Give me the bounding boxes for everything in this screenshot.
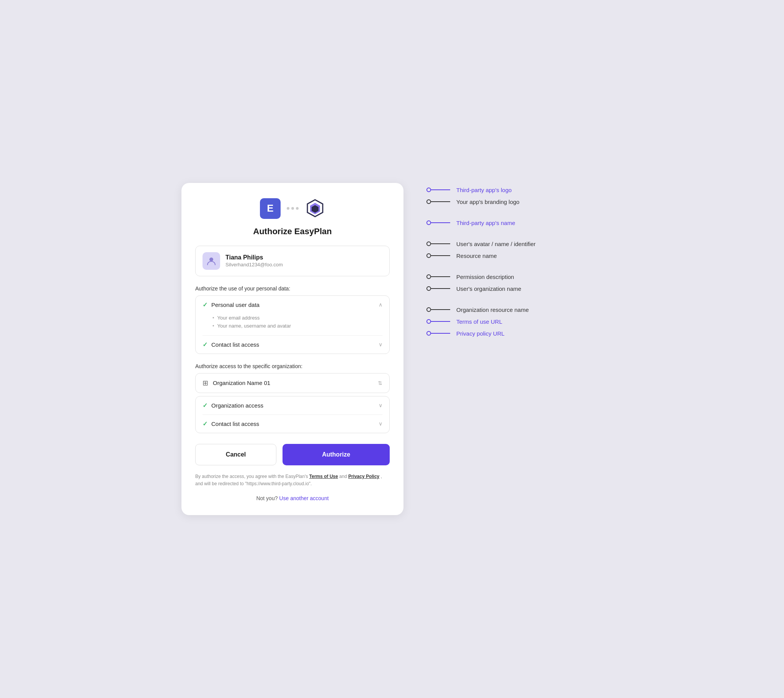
ann-label-7: Organization resource name	[456, 306, 529, 313]
cancel-button[interactable]: Cancel	[195, 444, 277, 465]
ann-line-5	[431, 276, 450, 277]
check-icon-org: ✓	[203, 402, 208, 409]
page-wrapper: E Authorize EasyPlan	[181, 183, 603, 515]
ann-spacer-3	[427, 232, 603, 237]
annotation-line-1	[427, 199, 450, 204]
annotation-item-7: Organization resource name	[427, 306, 603, 313]
buttons-row: Cancel Authorize	[195, 444, 390, 465]
perm-detail-email: Your email address	[212, 314, 382, 322]
ann-label-2: Third-party app's name	[456, 220, 515, 226]
ann-line-8	[431, 321, 450, 322]
perm-org-access[interactable]: ✓ Organization access ∨	[196, 397, 389, 415]
perm-org-contact[interactable]: ✓ Contact list access ∨	[196, 415, 389, 433]
annotation-item-8: Terms of use URL	[427, 318, 603, 325]
ann-label-3: User's avatar / name / identifier	[456, 241, 535, 247]
check-icon-personal: ✓	[203, 301, 208, 308]
logos-row: E	[195, 198, 390, 219]
chevron-up-icon: ∧	[379, 301, 382, 308]
avatar	[203, 252, 220, 270]
ann-circle-1	[427, 199, 431, 204]
updown-icon: ⇅	[378, 380, 382, 386]
perm-contact-list-label: Contact list access	[211, 341, 259, 348]
annotations-panel: Third-party app's logoYour app's brandin…	[427, 183, 603, 338]
ann-circle-4	[427, 254, 431, 258]
org-permissions-box: ✓ Organization access ∨ ✓ Contact list a…	[195, 396, 390, 433]
annotation-line-9	[427, 331, 450, 336]
ann-circle-0	[427, 188, 431, 192]
auth-card: E Authorize EasyPlan	[181, 183, 404, 515]
user-avatar-icon	[206, 256, 216, 266]
perm-personal-data[interactable]: ✓ Personal user data ∧	[196, 296, 389, 314]
ann-label-8: Terms of use URL	[456, 318, 502, 325]
annotation-line-3	[427, 242, 450, 246]
terms-link[interactable]: Terms of Use	[309, 474, 338, 479]
org-name: Organization Name 01	[213, 380, 270, 386]
privacy-link[interactable]: Privacy Policy	[348, 474, 379, 479]
check-icon-contact: ✓	[203, 341, 208, 348]
annotation-item-6: User's organization name	[427, 285, 603, 292]
ann-spacer-7	[427, 297, 603, 303]
annotation-line-6	[427, 286, 450, 291]
dots-separator	[287, 207, 298, 210]
page-title: Authorize EasyPlan	[195, 227, 390, 237]
ann-circle-3	[427, 242, 431, 246]
dot-3	[296, 207, 298, 210]
ann-line-1	[431, 201, 450, 202]
org-section-label: Authorize access to the specific organiz…	[195, 363, 390, 369]
user-card: Tiana Philips Silverhand1234@foo.com	[195, 246, 390, 276]
ann-label-0: Third-party app's logo	[456, 187, 512, 193]
ann-circle-5	[427, 274, 431, 279]
annotation-line-7	[427, 307, 450, 312]
annotation-item-3: User's avatar / name / identifier	[427, 241, 603, 247]
org-select-box[interactable]: ⊞ Organization Name 01 ⇅	[195, 373, 390, 393]
annotation-item-9: Privacy policy URL	[427, 330, 603, 337]
ann-label-6: User's organization name	[456, 285, 521, 292]
annotation-item-0: Third-party app's logo	[427, 187, 603, 193]
annotation-item-4: Resource name	[427, 253, 603, 259]
svg-point-3	[209, 258, 213, 262]
annotation-item-1: Your app's branding logo	[427, 199, 603, 205]
ann-label-9: Privacy policy URL	[456, 330, 504, 337]
ann-circle-9	[427, 331, 431, 336]
dot-2	[292, 207, 294, 210]
perm-org-access-label: Organization access	[211, 402, 264, 409]
ann-spacer-2	[427, 211, 603, 216]
perm-personal-data-label: Personal user data	[211, 301, 260, 308]
personal-permissions-box: ✓ Personal user data ∧ Your email addres…	[195, 295, 390, 354]
perm-org-contact-label: Contact list access	[211, 421, 259, 427]
org-building-icon: ⊞	[203, 379, 208, 387]
ann-line-2	[431, 222, 450, 223]
chevron-down-icon-contact: ∨	[379, 341, 382, 347]
user-info: Tiana Philips Silverhand1234@foo.com	[226, 254, 283, 267]
ann-circle-2	[427, 221, 431, 225]
ann-line-9	[431, 333, 450, 334]
app-logo-e: E	[260, 198, 281, 219]
authorize-button[interactable]: Authorize	[283, 444, 390, 465]
third-party-logo	[305, 198, 325, 219]
ann-line-3	[431, 244, 450, 244]
ann-circle-8	[427, 319, 431, 324]
ann-circle-6	[427, 286, 431, 291]
annotation-line-5	[427, 274, 450, 279]
annotation-line-8	[427, 319, 450, 324]
org-select-row[interactable]: ⊞ Organization Name 01 ⇅	[196, 374, 389, 393]
ann-label-4: Resource name	[456, 253, 497, 259]
dot-1	[287, 207, 290, 210]
perm-detail-name: Your name, username and avatar	[212, 322, 382, 330]
ann-circle-7	[427, 307, 431, 312]
check-icon-org-contact: ✓	[203, 420, 208, 428]
ann-label-1: Your app's branding logo	[456, 199, 519, 205]
perm-contact-list[interactable]: ✓ Contact list access ∨	[196, 336, 389, 354]
use-another-link[interactable]: Use another account	[279, 495, 328, 501]
annotation-line-0	[427, 188, 450, 192]
user-name: Tiana Philips	[226, 254, 283, 261]
ann-line-0	[431, 189, 450, 190]
ann-label-5: Permission description	[456, 273, 514, 280]
annotation-line-2	[427, 221, 450, 225]
annotation-item-5: Permission description	[427, 273, 603, 280]
ann-spacer-5	[427, 264, 603, 270]
chevron-down-icon-org: ∨	[379, 402, 382, 408]
chevron-down-icon-org-contact: ∨	[379, 421, 382, 427]
not-you-row: Not you? Use another account	[195, 495, 390, 501]
personal-data-label: Authorize the use of your personal data:	[195, 285, 390, 291]
